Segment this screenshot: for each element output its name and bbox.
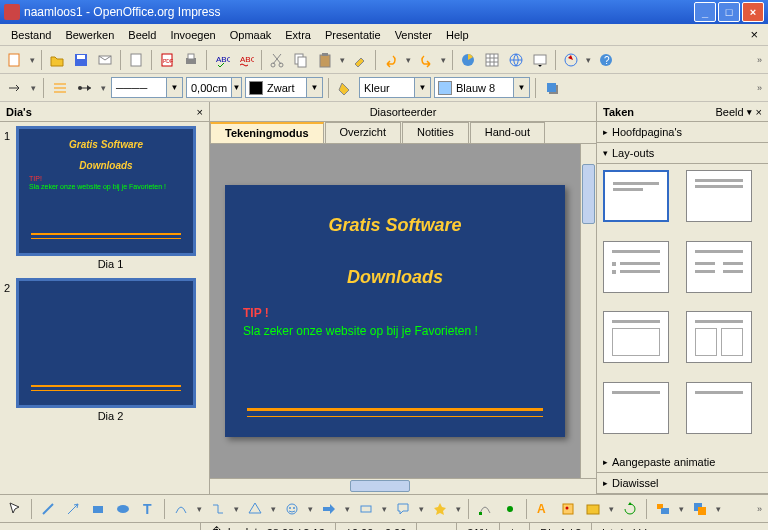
cut-button[interactable]	[266, 49, 288, 71]
zoom-dropdown[interactable]: ▾	[584, 55, 593, 65]
points-tool[interactable]	[474, 498, 496, 520]
ellipse-tool[interactable]	[112, 498, 134, 520]
arrow-line-tool[interactable]	[62, 498, 84, 520]
tab-outline[interactable]: Overzicht	[325, 122, 401, 143]
menu-bestand[interactable]: Bestand	[4, 26, 58, 44]
symbol-shapes-tool[interactable]	[281, 498, 303, 520]
menu-extra[interactable]: Extra	[278, 26, 318, 44]
slides-panel-close[interactable]: ×	[197, 106, 203, 118]
star-tool[interactable]	[429, 498, 451, 520]
fill-color-combo[interactable]: Blauw 8▼	[434, 77, 530, 98]
toolbar2-more[interactable]: »	[755, 83, 764, 93]
arrow-end-dropdown[interactable]: ▾	[29, 83, 38, 93]
undo-button[interactable]	[380, 49, 402, 71]
format-paintbrush-button[interactable]	[349, 49, 371, 71]
line-color-combo[interactable]: Zwart▼	[245, 77, 323, 98]
layout-item[interactable]	[603, 170, 669, 222]
tab-handout[interactable]: Hand-out	[470, 122, 545, 143]
view-toggle-bar[interactable]: Diasorteerder	[210, 102, 596, 122]
gluepoint-tool[interactable]	[499, 498, 521, 520]
menu-invoegen[interactable]: Invoegen	[163, 26, 222, 44]
toolbar-more[interactable]: »	[755, 55, 764, 65]
slideshow-button[interactable]	[529, 49, 551, 71]
rotate-tool[interactable]	[619, 498, 641, 520]
pdf-button[interactable]: PDF	[156, 49, 178, 71]
flowchart-tool[interactable]	[355, 498, 377, 520]
tasks-section-transition[interactable]: ▸Diawissel	[597, 473, 768, 494]
menu-opmaak[interactable]: Opmaak	[223, 26, 279, 44]
block-arrows-tool[interactable]	[318, 498, 340, 520]
layout-item[interactable]	[686, 382, 752, 434]
autospell-button[interactable]: ABC	[235, 49, 257, 71]
gallery-tool[interactable]	[582, 498, 604, 520]
arrange-tool[interactable]	[689, 498, 711, 520]
navigator-button[interactable]	[560, 49, 582, 71]
redo-dropdown[interactable]: ▾	[439, 55, 448, 65]
fill-button[interactable]	[334, 77, 356, 99]
hyperlink-button[interactable]	[505, 49, 527, 71]
tasks-view-link[interactable]: Beeld	[715, 106, 743, 118]
select-tool[interactable]	[4, 498, 26, 520]
fontwork-tool[interactable]: A	[532, 498, 554, 520]
slide-thumb-2[interactable]: 2 Dia 2	[4, 278, 205, 428]
line-style-button[interactable]	[49, 77, 71, 99]
chart-button[interactable]	[457, 49, 479, 71]
status-zoom[interactable]: 31%	[456, 523, 499, 530]
canvas-viewport[interactable]: Gratis Software Downloads TIP ! Sla zeke…	[210, 144, 580, 478]
copy-button[interactable]	[290, 49, 312, 71]
align-tool[interactable]	[652, 498, 674, 520]
undo-dropdown[interactable]: ▾	[404, 55, 413, 65]
drawbar-more[interactable]: »	[755, 504, 764, 514]
arrow-end-button[interactable]	[4, 77, 26, 99]
layout-item[interactable]	[603, 241, 669, 293]
slide-thumb-1[interactable]: 1 Gratis Software Downloads TIP! Sla zek…	[4, 126, 205, 276]
menu-bewerken[interactable]: Bewerken	[58, 26, 121, 44]
shadow-button[interactable]	[541, 77, 563, 99]
new-button[interactable]	[4, 49, 26, 71]
line-style-combo[interactable]: ────▼	[111, 77, 183, 98]
line-tool[interactable]	[37, 498, 59, 520]
close-button[interactable]: ×	[742, 2, 764, 22]
line-ends-button[interactable]	[74, 77, 96, 99]
text-tool[interactable]: T	[137, 498, 159, 520]
tasks-section-master[interactable]: ▸Hoofdpagina's	[597, 122, 768, 143]
tab-drawing[interactable]: Tekeningmodus	[210, 122, 324, 143]
print-button[interactable]	[180, 49, 202, 71]
menu-venster[interactable]: Venster	[388, 26, 439, 44]
menu-help[interactable]: Help	[439, 26, 476, 44]
tasks-section-layouts[interactable]: ▾Lay-outs	[597, 143, 768, 164]
open-button[interactable]	[46, 49, 68, 71]
maximize-button[interactable]: □	[718, 2, 740, 22]
vertical-scrollbar[interactable]	[580, 144, 596, 478]
redo-button[interactable]	[415, 49, 437, 71]
layout-item[interactable]	[603, 382, 669, 434]
spellcheck-button[interactable]: ABC	[211, 49, 233, 71]
save-button[interactable]	[70, 49, 92, 71]
slide-canvas[interactable]: Gratis Software Downloads TIP ! Sla zeke…	[225, 185, 565, 437]
menu-presentatie[interactable]: Presentatie	[318, 26, 388, 44]
callout-tool[interactable]	[392, 498, 414, 520]
help-button[interactable]: ?	[595, 49, 617, 71]
menu-beeld[interactable]: Beeld	[121, 26, 163, 44]
from-file-tool[interactable]	[557, 498, 579, 520]
basic-shapes-tool[interactable]	[244, 498, 266, 520]
layout-item[interactable]	[686, 311, 752, 363]
horizontal-scrollbar[interactable]	[210, 478, 596, 494]
rect-tool[interactable]	[87, 498, 109, 520]
paste-button[interactable]	[314, 49, 336, 71]
layout-item[interactable]	[603, 311, 669, 363]
paste-dropdown[interactable]: ▾	[338, 55, 347, 65]
email-button[interactable]	[94, 49, 116, 71]
doc-close-button[interactable]: ×	[744, 27, 764, 42]
table-button[interactable]	[481, 49, 503, 71]
new-dropdown[interactable]: ▾	[28, 55, 37, 65]
tasks-panel-close[interactable]: ×	[756, 106, 762, 118]
layout-item[interactable]	[686, 241, 752, 293]
line-ends-dropdown[interactable]: ▾	[99, 83, 108, 93]
minimize-button[interactable]: _	[694, 2, 716, 22]
fill-mode-combo[interactable]: Kleur▼	[359, 77, 431, 98]
line-width-combo[interactable]: 0,00cm▼	[186, 77, 242, 98]
connector-tool[interactable]	[207, 498, 229, 520]
curve-tool[interactable]	[170, 498, 192, 520]
edit-button[interactable]	[125, 49, 147, 71]
